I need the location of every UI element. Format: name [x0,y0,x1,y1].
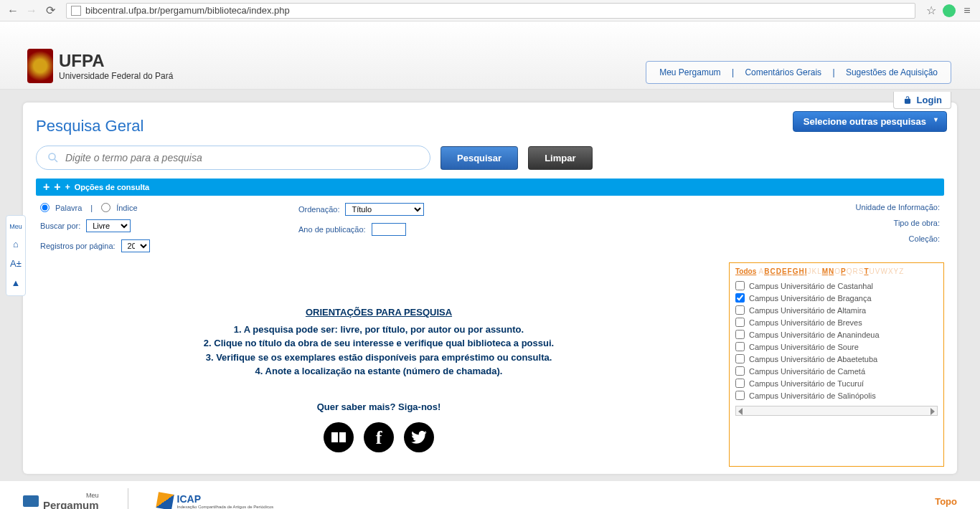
search-icon [47,151,60,164]
alpha-letter[interactable]: H [798,267,804,275]
alpha-letter: O [834,267,840,275]
browser-toolbar: ← → ⟳ bibcentral.ufpa.br/pergamum/biblio… [0,0,980,22]
expand-plus-icon-3: + [65,183,70,191]
icap-logo[interactable]: ICAP Indexação Compartilhada de Artigos … [157,493,274,509]
menu-icon[interactable]: ≡ [960,4,974,18]
cube-icon [156,492,174,509]
link-suggestions[interactable]: Sugestões de Aquisição [846,67,938,77]
link-comments[interactable]: Comentários Gerais [745,67,821,77]
alpha-letter: V [875,267,880,275]
campus-item: Campus Universitário de Bragança [735,292,938,304]
bookmark-star-icon[interactable]: ☆ [924,4,938,18]
side-up-icon[interactable]: ▲ [11,277,21,288]
campus-panel: Todos ABCDEFGHIJKLMNOPQRSTUVWXYZ Campus … [729,262,944,467]
label-sort: Ordenação: [298,205,339,214]
back-icon[interactable]: ← [6,4,20,18]
alpha-letter[interactable]: T [864,267,868,275]
alpha-letter[interactable]: C [770,267,775,275]
campus-item: Campus Universitário de Altamira [735,304,938,316]
select-sort[interactable]: Título [345,203,424,216]
org-full: Universidade Federal do Pará [59,71,173,81]
side-toolbar: Meu ⌂ A± ▲ [6,215,26,296]
campus-item: Campus Universitário de Cametá [735,365,938,377]
input-year[interactable] [372,223,406,236]
campus-checkbox[interactable] [735,318,745,327]
select-other-searches[interactable]: Selecione outras pesquisas [793,111,947,132]
select-records[interactable]: 20 [121,239,150,252]
campus-checkbox[interactable] [735,342,745,351]
pergamum-logo[interactable]: Meu Pergamum [23,492,99,510]
expand-plus-icon-2: + [54,181,60,193]
alpha-letter[interactable]: P [841,267,846,275]
address-bar[interactable]: bibcentral.ufpa.br/pergamum/biblioteca/i… [66,3,915,19]
alpha-letter[interactable]: B [764,267,769,275]
search-input[interactable] [65,152,420,163]
side-font-icon[interactable]: A± [10,258,22,269]
alpha-letter: J [807,267,811,275]
alpha-letter: W [880,267,887,275]
extension-icon[interactable] [943,4,956,17]
campus-item: Campus Universitário de Soure [735,341,938,353]
side-home-icon[interactable]: ⌂ [13,239,19,249]
back-to-top[interactable]: Topo [935,496,957,507]
campus-label: Campus Universitário de Cametá [749,367,865,376]
login-button[interactable]: Login [893,92,951,109]
alpha-letter[interactable]: M [822,267,828,275]
campus-checkbox[interactable] [735,281,745,290]
link-my-pergamum[interactable]: Meu Pergamum [659,67,720,77]
campus-checkbox[interactable] [735,379,745,388]
campus-label: Campus Universitário de Ananindeua [749,330,880,339]
label-records: Registros por página: [40,242,116,250]
horizontal-scrollbar[interactable] [735,406,938,416]
campus-checkbox[interactable] [735,391,745,400]
footer-bar: Meu Pergamum ICAP Indexação Compartilhad… [0,481,980,509]
alpha-letter: A [759,267,764,275]
main-search-box: Pesquisa Geral Selecione outras pesquisa… [23,103,957,474]
alpha-letter: Y [894,267,899,275]
alpha-letter[interactable]: E [782,267,787,275]
unlock-icon [903,95,913,105]
campus-label: Campus Universitário de Soure [749,343,859,351]
select-search-by[interactable]: Livre [86,219,131,232]
campus-label: Campus Universitário de Breves [749,318,862,327]
campus-label: Campus Universitário de Castanhal [749,282,873,290]
alpha-letter: S [859,267,864,275]
options-title: Opções de consulta [75,183,150,191]
top-links: Meu Pergamum | Comentários Gerais | Suge… [646,61,951,84]
options-bar[interactable]: + + + Opções de consulta [36,179,944,196]
campus-label: Campus Universitário de Bragança [749,294,872,303]
side-my-icon[interactable]: Meu [9,223,22,230]
logo-block[interactable]: UFPA Universidade Federal do Pará [27,49,173,83]
expand-plus-icon: + [43,181,50,193]
alpha-todos[interactable]: Todos [735,267,756,275]
campus-checkbox[interactable] [735,354,745,363]
social-twitter-icon[interactable] [404,422,434,452]
alpha-letter: L [817,267,821,275]
campus-checkbox[interactable] [735,330,745,339]
radio-word[interactable] [40,203,50,212]
social-book-icon[interactable] [324,422,354,452]
search-button[interactable]: Pesquisar [440,146,518,170]
campus-checkbox[interactable] [735,293,745,303]
alpha-letter[interactable]: F [788,267,792,275]
campus-item: Campus Universitário de Ananindeua [735,328,938,341]
reload-icon[interactable]: ⟳ [43,4,57,18]
alpha-filter-row: Todos ABCDEFGHIJKLMNOPQRSTUVWXYZ [735,267,938,275]
alpha-letter[interactable]: G [793,267,798,275]
instructions-block: ORIENTAÇÕES PARA PESQUISA 1. A pesquisa … [36,262,722,467]
alpha-letter[interactable]: N [829,267,834,275]
radio-index[interactable] [101,203,110,212]
alpha-letter[interactable]: D [776,267,781,275]
campus-label: Campus Universitário de Altamira [749,306,866,315]
campus-checkbox[interactable] [735,366,745,376]
social-facebook-icon[interactable]: f [364,422,394,452]
campus-item: Campus Universitário de Breves [735,316,938,328]
url-text: bibcentral.ufpa.br/pergamum/biblioteca/i… [85,5,290,16]
forward-icon[interactable]: → [24,4,39,18]
campus-label: Campus Universitário de Abaetetuba [749,355,877,363]
clear-button[interactable]: Limpar [528,146,592,170]
campus-item: Campus Universitário de Salinópolis [735,389,938,401]
campus-checkbox[interactable] [735,305,745,315]
alpha-letter: U [870,267,875,275]
label-year: Ano de publicação: [298,225,366,234]
